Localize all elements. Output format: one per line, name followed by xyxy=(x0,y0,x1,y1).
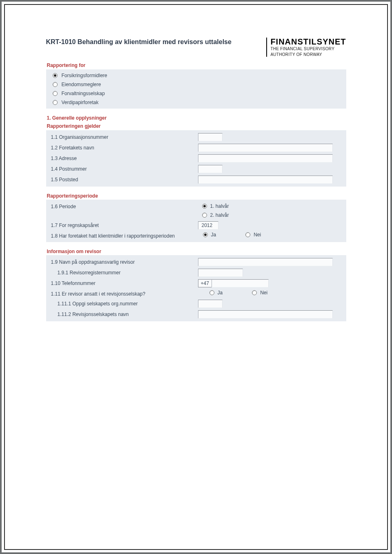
row-regnskapsaret: 1.7 For regnskapsåret 2012 xyxy=(46,220,346,231)
radio-icon xyxy=(53,91,58,96)
label-poststed: 1.5 Poststed xyxy=(51,176,198,182)
input-foretakets-navn[interactable] xyxy=(198,144,333,152)
section1a-heading: Rapporteringen gjelder xyxy=(47,123,345,129)
option-label: Nei xyxy=(260,290,267,296)
label-adresse: 1.3 Adresse xyxy=(51,154,198,161)
logo-main-text: FINANSTILSYNET xyxy=(270,38,346,46)
header-row: KRT-1010 Behandling av klientmidler med … xyxy=(46,38,346,57)
option-label: 2. halvår xyxy=(210,212,229,218)
label-foretakets-navn: 1.2 Foretakets navn xyxy=(51,144,198,151)
option-revisor-ansatt-nei[interactable]: Nei xyxy=(247,290,267,296)
row-revisorregisternummer: 1.9.1 Revisorregisternummer xyxy=(46,267,346,278)
input-orgnummer[interactable] xyxy=(198,133,223,141)
row-foretakets-navn: 1.2 Foretakets navn xyxy=(46,142,346,153)
phone-prefix: +47 xyxy=(198,279,212,287)
form-title: KRT-1010 Behandling av klientmidler med … xyxy=(46,38,232,47)
row-periode: 1.6 Periode 1. halvår 2. halvår xyxy=(46,201,346,220)
input-revisor-navn[interactable] xyxy=(198,258,333,266)
page-content: KRT-1010 Behandling av klientmidler med … xyxy=(46,38,346,321)
option-revisor-ansatt-ja[interactable]: Ja xyxy=(198,290,223,296)
option-klientmidler-nei[interactable]: Nei xyxy=(241,232,261,238)
input-poststed[interactable] xyxy=(198,176,333,184)
option-1halvar[interactable]: 1. halvår xyxy=(198,202,343,211)
input-revisjonsselskap-navn[interactable] xyxy=(198,310,333,318)
radio-icon xyxy=(53,100,58,105)
input-revisorregisternummer[interactable] xyxy=(198,269,243,277)
row-revisor-navn: 1.9 Navn på oppdragsansvarlig revisor xyxy=(46,257,346,267)
option-label: Forsikringsformidlere xyxy=(62,73,107,78)
radio-icon xyxy=(252,290,257,295)
section1-heading: 1. Generelle opplysninger xyxy=(47,115,345,121)
logo-sub-line2: AUTHORITY OF NORWAY xyxy=(270,52,346,57)
label-periode: 1.6 Periode xyxy=(51,202,198,209)
radio-icon xyxy=(53,82,58,87)
radio-icon xyxy=(202,213,207,218)
option-forvaltningsselskap[interactable]: Forvaltningsselskap xyxy=(46,89,346,98)
label-postnummer: 1.4 Postnummer xyxy=(51,165,198,172)
option-label: Forvaltningsselskap xyxy=(62,91,105,96)
section1c-heading: Informasjon om revisor xyxy=(47,249,345,254)
input-regnskapsaret[interactable]: 2012 xyxy=(198,221,218,229)
logo-sub-line1: THE FINANCIAL SUPERVISORY xyxy=(270,47,346,51)
input-telefonnummer[interactable] xyxy=(212,279,269,287)
label-telefonnummer: 1.10 Telefonnummer xyxy=(51,279,198,286)
option-label: 1. halvår xyxy=(210,203,229,209)
option-label: Ja xyxy=(218,290,223,296)
label-orgnummer: 1.1 Organisasjonsnummer xyxy=(51,133,198,140)
row-poststed: 1.5 Poststed xyxy=(46,174,346,185)
panel-rapporteringen-gjelder: 1.1 Organisasjonsnummer 1.2 Foretakets n… xyxy=(46,130,346,187)
label-selskap-orgnummer: 1.11.1 Oppgi selskapets org.nummer xyxy=(51,300,198,307)
section-rapportering-for-heading: Rapportering for xyxy=(47,62,345,68)
input-selskap-orgnummer[interactable] xyxy=(198,300,223,308)
row-postnummer: 1.4 Postnummer xyxy=(46,164,346,174)
option-forsikringsformidlere[interactable]: Forsikringsformidlere xyxy=(46,71,346,80)
radio-icon xyxy=(53,73,58,78)
row-telefonnummer: 1.10 Telefonnummer +47 xyxy=(46,278,346,289)
row-adresse: 1.3 Adresse xyxy=(46,153,346,164)
radio-icon xyxy=(203,232,208,237)
label-regnskapsaret: 1.7 For regnskapsåret xyxy=(51,221,198,228)
option-label: Eiendomsmeglere xyxy=(62,82,101,87)
option-2halvar[interactable]: 2. halvår xyxy=(198,211,343,219)
authority-logo: FINANSTILSYNET THE FINANCIAL SUPERVISORY… xyxy=(266,38,346,57)
panel-rapportering-for: Forsikringsformidlere Eiendomsmeglere Fo… xyxy=(46,69,346,109)
option-verdipapirforetak[interactable]: Verdipapirforetak xyxy=(46,98,346,107)
label-revisor-ansatt: 1.11 Er revisor ansatt i et revisjonssel… xyxy=(51,290,198,297)
row-selskap-orgnummer: 1.11.1 Oppgi selskapets org.nummer xyxy=(46,298,346,309)
option-label: Verdipapirforetak xyxy=(62,100,99,105)
section1b-heading: Rapporteringsperiode xyxy=(47,193,345,199)
label-revisjonsselskap-navn: 1.11.2 Revisjonsselskapets navn xyxy=(51,310,198,317)
radio-icon xyxy=(245,232,250,237)
label-revisor-navn: 1.9 Navn på oppdragsansvarlig revisor xyxy=(51,258,198,265)
label-revisorregisternummer: 1.9.1 Revisorregisternummer xyxy=(51,269,198,276)
label-klientmidler: 1.8 Har foretaket hatt klientmidler i ra… xyxy=(51,232,198,239)
option-label: Ja xyxy=(211,232,216,238)
option-eiendomsmeglere[interactable]: Eiendomsmeglere xyxy=(46,80,346,89)
input-postnummer[interactable] xyxy=(198,165,223,173)
option-klientmidler-ja[interactable]: Ja xyxy=(198,232,216,238)
option-label: Nei xyxy=(254,232,261,238)
row-revisjonsselskap-navn: 1.11.2 Revisjonsselskapets navn xyxy=(46,309,346,320)
row-klientmidler: 1.8 Har foretaket hatt klientmidler i ra… xyxy=(46,231,346,240)
input-adresse[interactable] xyxy=(198,154,333,162)
radio-icon xyxy=(209,290,214,295)
radio-icon xyxy=(202,204,207,209)
panel-informasjon-om-revisor: 1.9 Navn på oppdragsansvarlig revisor 1.… xyxy=(46,255,346,321)
inner-frame: KRT-1010 Behandling av klientmidler med … xyxy=(4,4,388,550)
row-revisor-ansatt: 1.11 Er revisor ansatt i et revisjonssel… xyxy=(46,289,346,298)
outer-frame: KRT-1010 Behandling av klientmidler med … xyxy=(0,0,392,554)
panel-rapporteringsperiode: 1.6 Periode 1. halvår 2. halvår 1.7 For xyxy=(46,200,346,242)
row-orgnummer: 1.1 Organisasjonsnummer xyxy=(46,132,346,142)
